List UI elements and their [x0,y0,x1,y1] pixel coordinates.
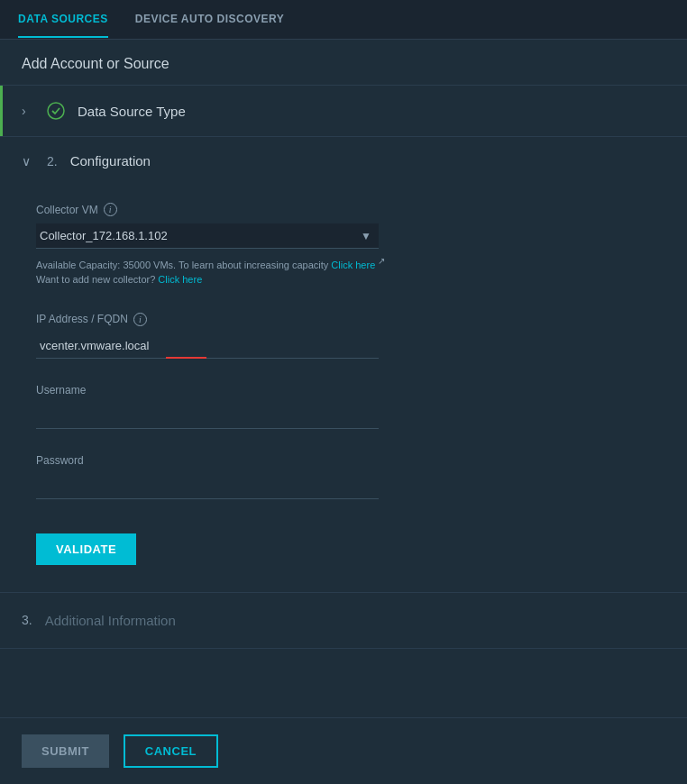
username-input[interactable] [36,404,379,429]
section-title-configuration: Configuration [70,153,151,169]
configuration-form: Collector VM i Collector_172.168.1.102 ▼… [0,185,687,592]
username-label: Username [36,384,651,397]
page-container: Add Account or Source › Data Source Type… [0,40,687,784]
ip-address-label: IP Address / FQDN i [36,313,651,326]
collector-vm-value: Collector_172.168.1.102 [40,229,168,242]
section-toggle-icon: › [22,104,36,118]
field-group-ip-address: IP Address / FQDN i [36,313,651,359]
external-link-icon: ↗ [378,256,385,266]
section-configuration: ∨ 2. Configuration Collector VM i Collec… [0,137,687,593]
section-number-3: 3. [22,613,32,627]
section-collapse-icon: ∨ [22,154,36,169]
ip-address-error-bar [166,357,206,359]
dropdown-arrow-icon: ▼ [361,230,371,242]
section-number-2: 2. [47,154,58,169]
section-title-additional-information: Additional Information [45,613,176,628]
section-header-configuration[interactable]: ∨ 2. Configuration [0,137,687,185]
cancel-button[interactable]: CANCEL [124,734,218,768]
ip-address-input[interactable] [36,333,379,359]
section-check-icon [47,102,65,120]
nav-tab-data-sources[interactable]: DATA SOURCES [18,2,108,38]
new-collector-link[interactable]: Click here [158,274,202,285]
username-input-wrapper [36,404,379,429]
collector-vm-dropdown[interactable]: Collector_172.168.1.102 [36,223,379,249]
section-additional-information: 3. Additional Information [0,593,687,649]
collector-vm-label: Collector VM i [36,203,651,216]
collector-vm-info-icon[interactable]: i [104,203,117,216]
validate-button[interactable]: VALIDATE [36,533,136,565]
submit-button[interactable]: SUBMIT [22,734,109,768]
ip-address-info-icon[interactable]: i [133,313,147,326]
field-group-username: Username [36,384,651,429]
capacity-link[interactable]: Click here [331,260,375,270]
section-data-source-type: › Data Source Type [0,86,687,137]
top-navigation: DATA SOURCES DEVICE AUTO DISCOVERY [0,0,687,40]
capacity-text: Available Capacity: 35000 VMs. To learn … [36,254,651,287]
section-header-additional-information[interactable]: 3. Additional Information [0,593,687,648]
password-input-wrapper [36,474,379,499]
nav-tab-device-auto-discovery[interactable]: DEVICE AUTO DISCOVERY [135,2,284,38]
collector-vm-dropdown-wrapper[interactable]: Collector_172.168.1.102 ▼ [36,223,379,249]
password-input[interactable] [36,474,379,499]
field-group-password: Password [36,454,651,499]
svg-point-0 [48,103,64,119]
bottom-bar: SUBMIT CANCEL [0,717,687,784]
page-title: Add Account or Source [0,40,687,86]
password-label: Password [36,454,651,467]
section-header-data-source-type[interactable]: › Data Source Type [0,86,687,136]
field-group-collector-vm: Collector VM i Collector_172.168.1.102 ▼… [36,203,651,287]
ip-address-input-wrapper [36,333,379,359]
section-title-data-source-type: Data Source Type [78,104,186,119]
